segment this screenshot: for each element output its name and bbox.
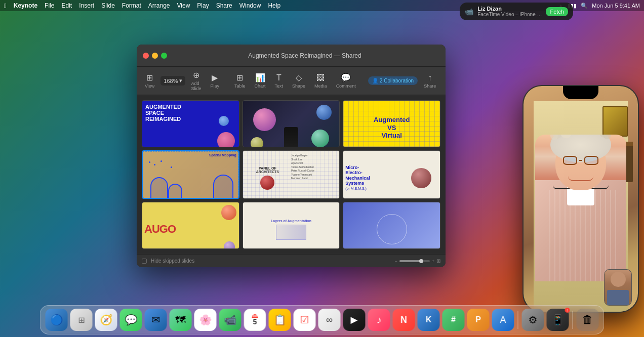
- maximize-button[interactable]: [161, 53, 167, 59]
- freeform-icon: ∞: [326, 315, 333, 325]
- dock-music[interactable]: ♪: [368, 309, 390, 331]
- dock-notes[interactable]: 📋: [269, 309, 291, 331]
- slide-thumb-1[interactable]: AUGMENTEDSPACEREIMAGINED 1: [142, 100, 239, 147]
- slide-thumb-4[interactable]: Spatial Mapping 4: [142, 150, 239, 198]
- zoom-control[interactable]: 168% ▾: [160, 76, 185, 86]
- zoom-slider[interactable]: [399, 260, 430, 262]
- slide-5-names: Jocelyn EnglerShalk LeeAga OzkolTobias S…: [290, 153, 337, 198]
- facetime-notch: [563, 86, 598, 99]
- add-slide-button[interactable]: ⊕ Add Slide: [188, 69, 205, 92]
- dock-maps[interactable]: 🗺: [170, 309, 192, 331]
- play-button[interactable]: ▶ Play: [208, 72, 223, 90]
- person-body: [535, 135, 626, 281]
- dock-freeform[interactable]: ∞: [318, 309, 341, 331]
- view-menu[interactable]: View: [177, 2, 190, 9]
- dock-numbers[interactable]: #: [442, 309, 465, 331]
- slide-menu[interactable]: Slide: [101, 2, 115, 9]
- dock-keynote[interactable]: K: [418, 309, 440, 331]
- file-menu[interactable]: File: [45, 2, 54, 9]
- slide-2-sphere4: [251, 137, 263, 147]
- dock-appletv[interactable]: ▶: [343, 309, 366, 331]
- media-button[interactable]: 🖼 Media: [311, 72, 330, 90]
- self-view-thumbnail[interactable]: [604, 269, 632, 306]
- share-button[interactable]: ↑ Share: [421, 72, 439, 90]
- zoom-out-icon[interactable]: −: [394, 259, 397, 264]
- slide-thumb-2[interactable]: 2: [243, 100, 340, 147]
- dock-calendar[interactable]: Jun 5: [244, 309, 266, 331]
- text-button[interactable]: T Text: [272, 72, 287, 90]
- dock-launchpad[interactable]: ⊞: [70, 309, 93, 331]
- slide-8-diagram: [276, 225, 306, 240]
- minimize-button[interactable]: [152, 53, 158, 59]
- comment-button[interactable]: 💬 Comment: [333, 72, 359, 90]
- edit-menu[interactable]: Edit: [61, 2, 72, 9]
- dock-safari[interactable]: 🧭: [95, 309, 117, 331]
- slide-1-sphere: [217, 132, 235, 147]
- view-button[interactable]: ⊞ View: [142, 72, 157, 90]
- dock-iphone-mirroring[interactable]: 📱 !: [547, 309, 569, 331]
- hide-skipped-checkbox[interactable]: [142, 259, 147, 264]
- slide-3-text: AugmentedVSVirtual: [372, 112, 412, 144]
- slide-5-bg: PANEL OFARCHITECTS Jocelyn EnglerShalk L…: [243, 151, 340, 198]
- zoom-in-icon[interactable]: +: [432, 259, 434, 264]
- slide-thumb-5[interactable]: PANEL OFARCHITECTS Jocelyn EnglerShalk L…: [243, 150, 340, 198]
- dock-trash[interactable]: 🗑: [577, 309, 599, 331]
- slide-thumb-3[interactable]: AugmentedVSVirtual 3: [343, 100, 440, 147]
- chart-button[interactable]: 📊 Chart: [252, 72, 269, 90]
- facetime-notification: 📹 Liz Dizan FaceTime Video – iPhone … Fe…: [460, 3, 573, 20]
- dock-reminders[interactable]: ☑: [294, 309, 316, 331]
- grid-view-icon[interactable]: ⊞: [436, 258, 440, 264]
- table-button[interactable]: ⊞ Table: [231, 72, 249, 90]
- smile: [568, 175, 593, 181]
- dock-appstore[interactable]: A: [492, 309, 514, 331]
- dock-photos[interactable]: 🌸: [194, 309, 217, 331]
- play-label: Play: [211, 83, 220, 89]
- collab-count: 2: [380, 78, 383, 83]
- hide-skipped-label: Hide skipped slides: [151, 258, 194, 264]
- calendar-day: 5: [253, 318, 257, 326]
- iphone-badge: !: [565, 308, 570, 313]
- slide-thumb-6[interactable]: Micro-Electro-MechanicalSystems(or M.E.M…: [343, 150, 440, 198]
- text-icon: T: [276, 73, 281, 82]
- slide-thumb-7[interactable]: AUGO 7: [142, 202, 239, 249]
- dock-pages[interactable]: P: [467, 309, 490, 331]
- view-label: View: [145, 83, 154, 89]
- apple-menu[interactable]: : [4, 2, 7, 10]
- dock-facetime[interactable]: 📹: [219, 309, 242, 331]
- menubar-left:  Keynote File Edit Insert Slide Format …: [4, 2, 280, 10]
- slide-6-bg: Micro-Electro-MechanicalSystems(or M.E.M…: [343, 151, 440, 198]
- self-view-body: [607, 290, 628, 305]
- shape-button[interactable]: ◇ Shape: [289, 72, 308, 90]
- dock-finder[interactable]: 🔵: [46, 309, 68, 331]
- share-menu[interactable]: Share: [216, 2, 232, 9]
- facetime-fetch-button[interactable]: Fetch: [546, 7, 568, 16]
- zoom-chevron: ▾: [179, 77, 182, 84]
- collaboration-button[interactable]: 👤 2 Collaboration: [368, 76, 418, 85]
- close-button[interactable]: [143, 53, 149, 59]
- dock-news[interactable]: N: [393, 309, 415, 331]
- dock-mail[interactable]: ✉: [145, 309, 167, 331]
- numbers-icon: #: [451, 315, 456, 324]
- facetime-person: [524, 119, 638, 281]
- slide-thumb-9[interactable]: SPATIAL AUGMENTED VIRTUAL 9: [343, 202, 440, 249]
- slide-thumb-8[interactable]: Layers of Augmentation 8: [243, 202, 340, 249]
- arrange-menu[interactable]: Arrange: [148, 2, 170, 9]
- insert-menu[interactable]: Insert: [79, 2, 94, 9]
- slide-7-sphere: [221, 205, 236, 220]
- app-name-menu[interactable]: Keynote: [14, 2, 37, 9]
- format-menu[interactable]: Format: [122, 2, 141, 9]
- hair-curl-4: [550, 135, 558, 140]
- dock-messages[interactable]: 💬: [120, 309, 142, 331]
- dock-system-settings[interactable]: ⚙: [522, 309, 544, 331]
- view-icon: ⊞: [146, 73, 153, 82]
- table-icon: ⊞: [236, 73, 243, 82]
- facetime-video-panel: [522, 85, 639, 313]
- window-titlebar: Augmented Space Reimagined — Shared: [137, 45, 446, 67]
- window-menu[interactable]: Window: [239, 2, 261, 9]
- facetime-dock-icon: 📹: [224, 314, 236, 326]
- help-menu[interactable]: Help: [268, 2, 280, 9]
- play-menu[interactable]: Play: [197, 2, 209, 9]
- self-view-content: [605, 270, 631, 305]
- search-icon[interactable]: 🔍: [581, 3, 588, 9]
- photos-icon: 🌸: [199, 314, 212, 326]
